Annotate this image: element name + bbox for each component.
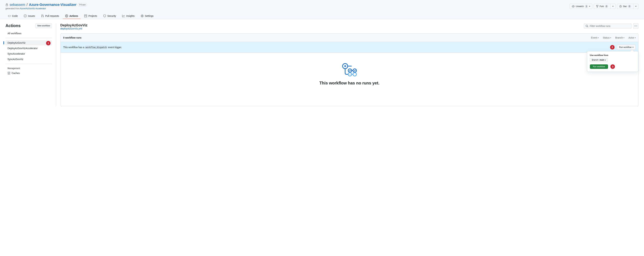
filter-actor[interactable]: Actor▾: [628, 36, 636, 39]
repo-tabnav: Code Issues Pull requests Actions Projec…: [6, 13, 638, 19]
fork-count: 0: [605, 5, 608, 8]
branch-select[interactable]: Branch: main ▾: [590, 58, 608, 62]
annotation-1: 1: [46, 41, 50, 46]
main-content: DeployAzGovViz deployAzGovViz.yml: [60, 23, 638, 106]
fork-icon: [596, 5, 598, 8]
runs-box: 0 workflow runs Event▾ Status▾ Branch▾ A…: [60, 34, 638, 106]
caret-icon: ▾: [589, 4, 590, 8]
kebab-icon: [634, 25, 637, 28]
dispatch-text: This workflow has a workflow_dispatch ev…: [63, 46, 122, 49]
annotation-2: 2: [610, 45, 614, 50]
sidebar-item-deployazgovviz[interactable]: DeployAzGovViz 1: [6, 40, 52, 46]
new-workflow-button[interactable]: New workflow: [36, 23, 52, 28]
workflow-title: DeployAzGovViz: [60, 23, 88, 27]
unwatch-button[interactable]: Unwatch 1 ▾: [570, 4, 592, 9]
sidebar-title: Actions: [6, 23, 20, 28]
generated-from: generated from Azure/AzGovViz-Accelerato…: [6, 7, 87, 10]
eye-icon: [572, 5, 575, 8]
workflow-empty-icon: [342, 63, 357, 77]
fork-button[interactable]: Fork 0: [594, 4, 610, 9]
caret-icon: ▾: [605, 59, 606, 61]
filter-branch[interactable]: Branch▾: [615, 36, 624, 39]
svg-point-3: [348, 72, 352, 76]
annotation-3: 3: [610, 64, 615, 69]
repo-owner-link[interactable]: sebassem: [10, 3, 25, 7]
tab-projects[interactable]: Projects: [82, 13, 100, 19]
run-workflow-dropdown-button[interactable]: Run workflow ▾: [617, 45, 636, 50]
more-options-button[interactable]: [633, 23, 638, 29]
caret-icon: ▾: [612, 4, 613, 8]
runs-header: 0 workflow runs Event▾ Status▾ Branch▾ A…: [60, 34, 638, 42]
tab-security[interactable]: Security: [101, 13, 118, 19]
sidebar-item-deployazgovvizaccelerator[interactable]: DeployAzGovVizAccelerator: [6, 46, 52, 51]
repo-header: sebassem / Azure-Governance-Visualizer P…: [0, 0, 644, 19]
caret-icon: ▾: [636, 4, 636, 8]
empty-state: This workflow has no runs yet.: [60, 53, 638, 106]
repo-title: sebassem / Azure-Governance-Visualizer P…: [6, 3, 87, 7]
visibility-badge: Private: [78, 3, 87, 6]
caret-icon: ▾: [632, 46, 634, 49]
lock-icon: [6, 4, 8, 6]
fork-dropdown[interactable]: ▾: [610, 4, 616, 9]
generated-from-link[interactable]: Azure/AzGovViz-Accelerator: [20, 7, 46, 10]
svg-point-4: [349, 74, 350, 75]
star-button[interactable]: Star 0: [617, 4, 634, 9]
filter-input-wrapper[interactable]: [584, 24, 632, 28]
filter-event[interactable]: Event▾: [591, 36, 598, 39]
search-icon: [586, 25, 588, 28]
sidebar-item-all-workflows[interactable]: All workflows: [6, 31, 52, 36]
tab-pull-requests[interactable]: Pull requests: [39, 13, 62, 19]
repo-actions: Unwatch 1 ▾ Fork 0 ▾: [570, 4, 638, 9]
sidebar-section-management: Management: [6, 66, 52, 70]
sidebar-item-caches[interactable]: Caches: [6, 70, 52, 76]
popover-title: Use workflow from: [590, 54, 636, 56]
tab-actions[interactable]: Actions: [63, 13, 80, 19]
svg-point-5: [350, 74, 351, 75]
star-icon: [619, 5, 622, 8]
separator: /: [26, 3, 28, 7]
tab-settings[interactable]: Settings: [138, 13, 156, 19]
star-dropdown[interactable]: ▾: [633, 4, 638, 9]
repo-name-link[interactable]: Azure-Governance-Visualizer: [29, 3, 76, 7]
watch-count: 1: [585, 5, 588, 8]
sidebar-item-syncaccelerator[interactable]: SyncAccelerator: [6, 51, 52, 56]
tab-insights[interactable]: Insights: [120, 13, 137, 19]
filter-status[interactable]: Status▾: [603, 36, 611, 39]
filter-workflow-input[interactable]: [590, 25, 630, 28]
empty-title: This workflow has no runs yet.: [64, 81, 635, 86]
run-workflow-submit-button[interactable]: Run workflow: [590, 64, 608, 69]
dispatch-banner: This workflow has a workflow_dispatch ev…: [60, 42, 638, 53]
run-workflow-popover: Use workflow from Branch: main ▾ Run wor…: [587, 51, 638, 72]
star-count: 0: [628, 5, 631, 8]
svg-point-6: [353, 72, 356, 76]
runs-count: 0 workflow runs: [63, 36, 82, 39]
actions-sidebar: Actions New workflow All workflows Deplo…: [6, 23, 56, 106]
sidebar-item-syncazgovviz[interactable]: SyncAzGovViz: [6, 57, 52, 62]
workflow-file-link[interactable]: deployAzGovViz.yml: [60, 27, 82, 30]
database-icon: [8, 72, 10, 74]
tab-code[interactable]: Code: [6, 13, 20, 19]
tab-issues[interactable]: Issues: [22, 13, 37, 19]
